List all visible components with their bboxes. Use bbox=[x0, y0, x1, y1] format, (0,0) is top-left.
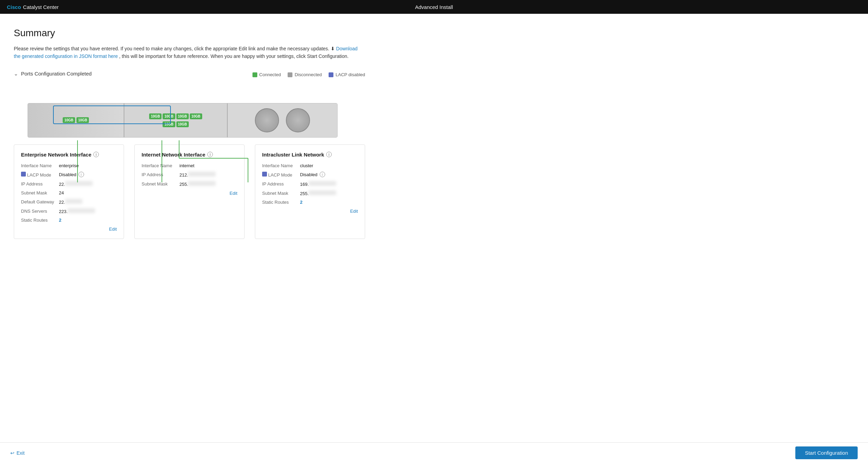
intracluster-ip-row: IP Address 169. bbox=[262, 181, 358, 187]
internet-card: Internet Network Interface i Interface N… bbox=[134, 144, 245, 239]
enterprise-interface-name-value: enterprise bbox=[59, 163, 117, 168]
enterprise-routes-label: Static Routes bbox=[21, 218, 59, 223]
enterprise-subnet-label: Subnet Mask bbox=[21, 190, 59, 195]
internet-subnet-value: 255. bbox=[179, 181, 237, 187]
ports-section-title: Ports Configuration Completed bbox=[21, 71, 92, 77]
intracluster-ip-label: IP Address bbox=[262, 181, 300, 187]
intracluster-lacp-info-icon[interactable]: i bbox=[320, 172, 325, 177]
intracluster-interface-name-value: cluster bbox=[300, 163, 358, 168]
intracluster-lacp-icon bbox=[262, 172, 267, 177]
intracluster-routes-row: Static Routes 2 bbox=[262, 200, 358, 205]
enterprise-routes-value[interactable]: 2 bbox=[59, 218, 117, 223]
intracluster-info-icon[interactable]: i bbox=[326, 152, 332, 157]
enterprise-ip-value: 22. bbox=[59, 181, 117, 187]
header: Cisco Catalyst Center Advanced Install bbox=[0, 0, 868, 14]
enterprise-dns-value: 223. bbox=[59, 208, 117, 214]
fan-1 bbox=[255, 108, 279, 132]
header-title: Advanced Install bbox=[415, 4, 453, 10]
internet-subnet-label: Subnet Mask bbox=[142, 181, 179, 187]
description-part2: , this will be important for future refe… bbox=[119, 53, 349, 59]
intracluster-routes-label: Static Routes bbox=[262, 200, 300, 205]
server-diagram-wrapper: 10GB 10GB 10GB 10GB 10GB 10GB bbox=[14, 103, 338, 138]
internet-interface-name-label: Interface Name bbox=[142, 163, 179, 168]
server-left-panel: 10GB 10GB bbox=[28, 103, 124, 137]
main-content: Summary Please review the settings that … bbox=[0, 14, 379, 277]
ports-header: ⌄ Ports Configuration Completed bbox=[14, 71, 92, 77]
intracluster-lacp-row: LACP Mode Disabled i bbox=[262, 172, 358, 178]
ports-section: ⌄ Ports Configuration Completed Connecte… bbox=[14, 71, 365, 239]
legend-connected: Connected bbox=[252, 72, 281, 77]
enterprise-lacp-row: LACP Mode Disabled i bbox=[21, 172, 117, 178]
page-title: Summary bbox=[14, 28, 365, 39]
mid-top-port-4: 10GB bbox=[190, 113, 202, 119]
internet-interface-name-value: internet bbox=[179, 163, 237, 168]
mid-bot-port-2: 10GB bbox=[176, 121, 189, 127]
legend-disconnected: Disconnected bbox=[288, 72, 322, 77]
internet-subnet-row: Subnet Mask 255. bbox=[142, 181, 237, 187]
connected-label: Connected bbox=[259, 72, 281, 77]
server-chassis: 10GB 10GB 10GB 10GB 10GB 10GB bbox=[28, 103, 338, 138]
header-brand: Cisco Catalyst Center bbox=[7, 4, 59, 10]
intracluster-subnet-value: 255. bbox=[300, 190, 358, 196]
cisco-logo: Cisco bbox=[7, 4, 21, 10]
intracluster-edit-container: Edit bbox=[262, 208, 358, 214]
enterprise-ip-row: IP Address 22. bbox=[21, 181, 117, 187]
lacp-indicator bbox=[329, 72, 333, 77]
lacp-label: LACP disabled bbox=[335, 72, 365, 77]
enterprise-dns-label: DNS Servers bbox=[21, 209, 59, 214]
internet-edit-link[interactable]: Edit bbox=[230, 191, 237, 196]
enterprise-dns-row: DNS Servers 223. bbox=[21, 208, 117, 214]
intracluster-card: Intracluster Link Network i Interface Na… bbox=[255, 144, 365, 239]
enterprise-lacp-label: LACP Mode bbox=[21, 172, 59, 178]
intracluster-card-title: Intracluster Link Network i bbox=[262, 152, 358, 158]
enterprise-subnet-row: Subnet Mask 24 bbox=[21, 190, 117, 195]
enterprise-ip-label: IP Address bbox=[21, 181, 59, 187]
server-middle-panel: 10GB 10GB 10GB 10GB 10GB 10GB bbox=[124, 103, 228, 137]
enterprise-edit-container: Edit bbox=[21, 226, 117, 232]
internet-interface-name-row: Interface Name internet bbox=[142, 163, 237, 168]
disconnected-indicator bbox=[288, 72, 292, 77]
server-diagram: 10GB 10GB 10GB 10GB 10GB 10GB bbox=[14, 103, 338, 138]
enterprise-gateway-row: Default Gateway 22. bbox=[21, 199, 117, 205]
enterprise-interface-name-label: Interface Name bbox=[21, 163, 59, 168]
enterprise-interface-name-row: Interface Name enterprise bbox=[21, 163, 117, 168]
internet-ip-label: IP Address bbox=[142, 172, 179, 177]
fan-2 bbox=[286, 108, 310, 132]
enterprise-card-title: Enterprise Network Interface i bbox=[21, 152, 117, 158]
chevron-down-icon[interactable]: ⌄ bbox=[14, 71, 18, 77]
intracluster-subnet-row: Subnet Mask 255. bbox=[262, 190, 358, 196]
intracluster-lacp-label: LACP Mode bbox=[262, 172, 300, 178]
intracluster-ip-value: 169. bbox=[300, 181, 358, 187]
intracluster-subnet-label: Subnet Mask bbox=[262, 191, 300, 196]
description-text: Please review the settings that you have… bbox=[14, 45, 365, 60]
mid-bot-port-1: 10GB bbox=[163, 121, 175, 127]
legend-lacp-disabled: LACP disabled bbox=[329, 72, 365, 77]
enterprise-gateway-label: Default Gateway bbox=[21, 199, 59, 204]
left-port-2: 10GB bbox=[76, 117, 89, 123]
ports-top-row: ⌄ Ports Configuration Completed Connecte… bbox=[14, 71, 365, 82]
internet-ip-row: IP Address 212. bbox=[142, 172, 237, 178]
ports-legend: Connected Disconnected LACP disabled bbox=[252, 72, 365, 77]
middle-port-row-bottom: 10GB 10GB bbox=[163, 121, 188, 127]
enterprise-lacp-info-icon[interactable]: i bbox=[79, 172, 84, 177]
intracluster-edit-link[interactable]: Edit bbox=[350, 209, 358, 214]
intracluster-routes-value[interactable]: 2 bbox=[300, 200, 358, 205]
intracluster-lacp-value: Disabled i bbox=[300, 172, 358, 177]
mid-top-port-3: 10GB bbox=[176, 113, 189, 119]
left-port-1: 10GB bbox=[63, 117, 75, 123]
enterprise-info-icon[interactable]: i bbox=[93, 152, 99, 157]
enterprise-gateway-value: 22. bbox=[59, 199, 117, 205]
connected-indicator bbox=[252, 72, 257, 77]
enterprise-lacp-icon bbox=[21, 172, 26, 177]
internet-card-title: Internet Network Interface i bbox=[142, 152, 237, 158]
middle-port-row-top: 10GB 10GB 10GB 10GB bbox=[149, 113, 202, 119]
internet-info-icon[interactable]: i bbox=[207, 152, 213, 157]
mid-top-port-2: 10GB bbox=[163, 113, 175, 119]
enterprise-edit-link[interactable]: Edit bbox=[109, 227, 117, 232]
disconnected-label: Disconnected bbox=[294, 72, 322, 77]
enterprise-card: Enterprise Network Interface i Interface… bbox=[14, 144, 124, 239]
server-right-panel bbox=[228, 103, 337, 137]
enterprise-lacp-value: Disabled i bbox=[59, 172, 117, 177]
mid-top-port-1: 10GB bbox=[149, 113, 162, 119]
internet-ip-value: 212. bbox=[179, 172, 237, 178]
